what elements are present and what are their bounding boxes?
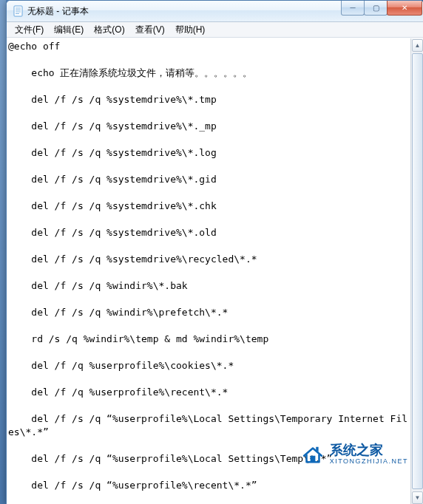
minimize-icon: ─	[350, 4, 355, 12]
menu-format[interactable]: 格式(O)	[89, 23, 129, 37]
menu-view[interactable]: 查看(V)	[130, 23, 170, 37]
menu-edit[interactable]: 编辑(E)	[49, 23, 89, 37]
maximize-button[interactable]: ▢	[364, 1, 388, 16]
notepad-window: 无标题 - 记事本 ─ ▢ ✕ 文件(F) 编辑(E) 格式(O) 查看(V) …	[6, 0, 423, 504]
maximize-icon: ▢	[373, 4, 379, 12]
scroll-up-button[interactable]: ▲	[412, 39, 423, 52]
scroll-thumb[interactable]	[412, 53, 423, 489]
content-area: @echo off echo 正在清除系统垃圾文件，请稍等。。。。。。 del …	[7, 38, 423, 504]
menu-help[interactable]: 帮助(H)	[170, 23, 211, 37]
notepad-icon	[13, 5, 24, 17]
close-icon: ✕	[402, 4, 407, 12]
menubar: 文件(F) 编辑(E) 格式(O) 查看(V) 帮助(H)	[7, 22, 423, 38]
scroll-down-button[interactable]: ▼	[412, 491, 423, 504]
window-controls: ─ ▢ ✕	[342, 1, 422, 16]
titlebar[interactable]: 无标题 - 记事本 ─ ▢ ✕	[7, 1, 423, 22]
window-title: 无标题 - 记事本	[27, 5, 89, 18]
svg-rect-0	[14, 6, 22, 16]
text-editor[interactable]: @echo off echo 正在清除系统垃圾文件，请稍等。。。。。。 del …	[7, 38, 410, 504]
menu-file[interactable]: 文件(F)	[10, 23, 49, 37]
minimize-button[interactable]: ─	[341, 1, 365, 16]
desktop-background-strip	[0, 0, 6, 504]
close-button[interactable]: ✕	[387, 1, 422, 16]
vertical-scrollbar[interactable]: ▲ ▼	[410, 38, 423, 504]
